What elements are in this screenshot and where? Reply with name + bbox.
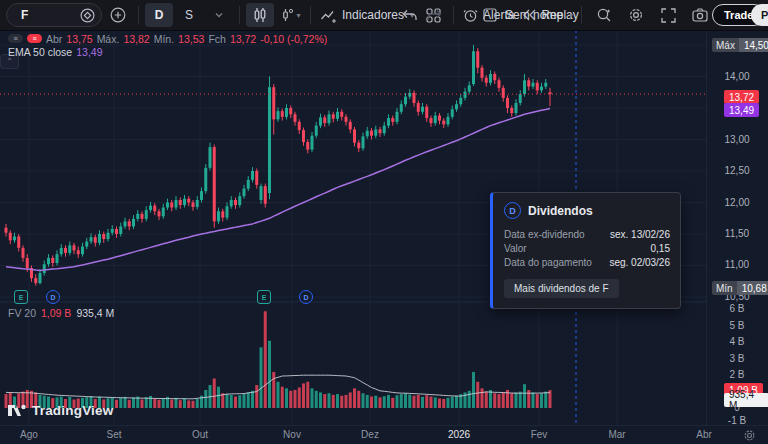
- volume-bar: [268, 341, 271, 408]
- volume-bar: [498, 394, 501, 408]
- earnings-marker[interactable]: E: [14, 290, 28, 304]
- time-axis[interactable]: AgoSetOutNovDez2026FevMarAbr: [0, 425, 768, 444]
- candle-body: [145, 210, 148, 219]
- timezone-gear-icon[interactable]: [743, 429, 756, 442]
- interval-daily-button[interactable]: D: [145, 3, 173, 27]
- quick-search-button[interactable]: [590, 3, 618, 27]
- camera-icon: [692, 8, 708, 22]
- candle-body: [107, 233, 110, 239]
- legend-flag-icon[interactable]: ≡: [27, 34, 42, 43]
- volume-bar: [502, 392, 505, 408]
- volume-bar: [438, 398, 441, 408]
- candle-body: [102, 234, 105, 239]
- volume-bar: [336, 394, 339, 408]
- symbol-detail-icon[interactable]: [80, 8, 95, 23]
- volume-bar: [455, 396, 458, 408]
- chart-area: ≡ ≡ Abr 13,75 Máx. 13,82 Mín. 13,53 Fch …: [0, 30, 768, 444]
- earnings-marker[interactable]: E: [257, 290, 271, 304]
- candle-body: [260, 186, 263, 200]
- candle-body: [136, 214, 139, 219]
- candle-body: [9, 233, 12, 241]
- candle-body: [430, 118, 433, 123]
- price-axis-label: 12,00: [707, 197, 767, 208]
- price-axis-label: 6 B: [707, 303, 767, 314]
- compare-add-button[interactable]: [104, 3, 132, 27]
- candle-body: [268, 87, 271, 193]
- toolbar-divider: [138, 6, 139, 24]
- price-axis[interactable]: 14,0013,0012,5012,0011,5011,0010,506 B5 …: [706, 30, 768, 425]
- dividend-marker[interactable]: D: [46, 290, 60, 304]
- candle-body: [94, 237, 97, 243]
- undo-icon[interactable]: [402, 9, 418, 22]
- volume-bar: [247, 392, 250, 408]
- time-axis-label: 2026: [448, 429, 470, 440]
- volume-bar: [204, 390, 207, 408]
- tradingview-logo[interactable]: TradingView: [8, 403, 113, 418]
- time-axis-label: Abr: [696, 429, 712, 440]
- layout-square-icon[interactable]: [483, 8, 497, 22]
- volume-bar: [294, 390, 297, 408]
- volume-bar: [447, 398, 450, 408]
- volume-bar: [408, 395, 411, 408]
- candle-body: [472, 51, 475, 84]
- time-axis-label: Set: [106, 429, 121, 440]
- volume-bar: [413, 396, 416, 408]
- volume-bar: [374, 396, 377, 408]
- candle-body: [175, 200, 178, 208]
- candle-body: [451, 109, 454, 117]
- symbol-legend-row: ≡ ≡ Abr 13,75 Máx. 13,82 Mín. 13,53 Fch …: [8, 32, 327, 45]
- volume-bar: [145, 397, 148, 408]
- candle-body: [366, 131, 369, 137]
- volume-bar: [523, 384, 526, 408]
- volume-bar: [281, 387, 284, 408]
- candle-body: [489, 74, 492, 83]
- time-axis-label: Out: [192, 429, 208, 440]
- legend-menu-icon[interactable]: ≡: [8, 34, 23, 43]
- volume-bar: [451, 397, 454, 408]
- screenshot-button[interactable]: [686, 3, 714, 27]
- candle-body: [370, 131, 373, 136]
- candle-body: [434, 116, 437, 124]
- volume-legend-row[interactable]: FV 20 1,09 B 935,4 M: [8, 307, 114, 319]
- candle-body: [81, 247, 84, 255]
- candle-body: [515, 103, 518, 113]
- candle-body: [396, 112, 399, 122]
- interval-weekly-button[interactable]: S: [175, 3, 203, 27]
- chart-type-candles-button[interactable]: [246, 3, 274, 27]
- chart-style-dropdown-button[interactable]: ▾: [276, 3, 304, 27]
- volume-bar: [170, 399, 173, 408]
- volume-bar: [119, 398, 122, 408]
- dividend-marker[interactable]: D: [299, 290, 313, 304]
- candle-body: [277, 111, 280, 119]
- volume-bar: [226, 394, 229, 408]
- symbol-search-input[interactable]: F: [6, 3, 102, 27]
- settings-button[interactable]: [622, 3, 650, 27]
- layout-name-button[interactable]: Sem nome: [505, 8, 563, 22]
- volume-bar: [540, 393, 543, 408]
- more-dividends-button[interactable]: Mais dividendos de F: [504, 279, 619, 298]
- layout-chevron-icon[interactable]: ▾: [569, 11, 573, 20]
- chart-legend: ≡ ≡ Abr 13,75 Máx. 13,82 Mín. 13,53 Fch …: [8, 32, 327, 58]
- candle-body: [391, 118, 394, 122]
- candle-body: [485, 78, 488, 83]
- publish-button[interactable]: Pu: [751, 4, 768, 26]
- redo-icon[interactable]: [426, 9, 442, 22]
- candle-body: [323, 117, 326, 123]
- volume-bar: [162, 398, 165, 408]
- ema-legend-row[interactable]: EMA 50 close 13,49: [8, 45, 327, 58]
- volume-bar: [425, 395, 428, 408]
- candle-body: [532, 83, 535, 87]
- price-axis-badge-ema: 13,49: [724, 103, 759, 117]
- candle-body: [60, 248, 63, 254]
- candle-body: [510, 108, 513, 113]
- candle-body: [243, 189, 246, 197]
- alert-clock-icon: [463, 8, 478, 23]
- interval-menu-button[interactable]: [205, 3, 233, 27]
- price-axis-label: 13,00: [707, 134, 767, 145]
- popup-row-value: Valor0,15: [504, 242, 670, 256]
- price-axis-label: 11,00: [707, 259, 767, 270]
- candle-body: [226, 206, 229, 217]
- time-axis-label: Ago: [20, 429, 38, 440]
- volume-bar: [527, 390, 530, 408]
- fullscreen-button[interactable]: [654, 3, 682, 27]
